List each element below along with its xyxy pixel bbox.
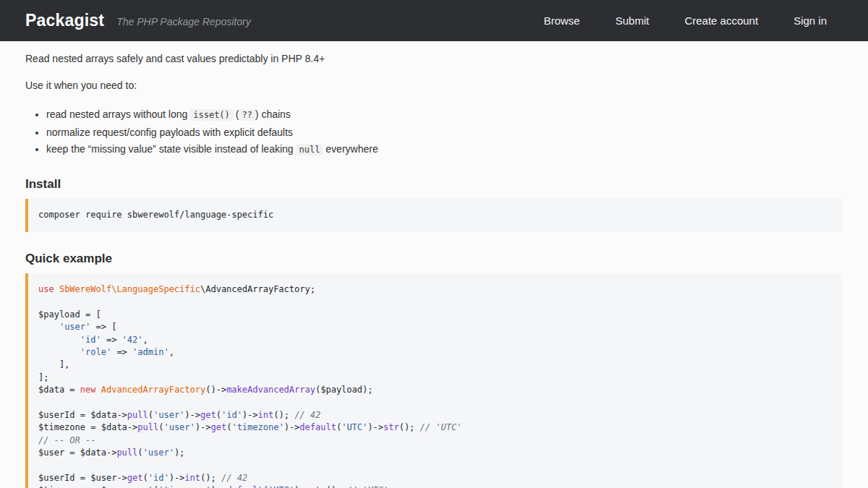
code-token: 'role' [80,347,111,357]
code-token: 'user' [163,422,195,432]
code-token: get [137,485,153,488]
code-token: AdvancedArrayFactory [101,385,206,395]
code-token: $payload [38,309,80,320]
code-token: = [64,448,80,458]
code-token: )-> [169,473,185,483]
readme-content: Read nested arrays safely and cast value… [0,41,868,488]
inline-code: isset() [190,109,233,121]
install-code-block: composer require sbwerewolf/language-spe… [25,199,843,232]
text-segment: everywhere [323,143,378,155]
code-token: (); [399,422,420,432]
code-line: $timezone = $data->pull('user')->get('ti… [38,421,831,434]
code-token: 'user' [59,322,90,332]
code-token: makeAdvancedArray [226,385,315,395]
text-segment: normalize request/config payloads with e… [46,127,293,138]
code-token: -> [116,410,127,420]
quick-example-code-block: use SbWereWolf\LanguageSpecific\Advanced… [25,273,843,488]
inline-code: null [297,144,323,155]
code-token: $payload [320,385,362,395]
use-when-text: Use it when you need to: [25,80,843,91]
code-token: str [383,422,399,432]
code-token: ); [362,385,373,395]
code-token: int [258,410,274,420]
list-item: read nested arrays without long isset() … [46,106,843,124]
code-token: $user [38,448,64,458]
code-token [38,347,80,357]
code-line: $userId = $user->get('id')->int(); // 42 [38,472,831,484]
code-token [54,284,59,294]
code-token: => [111,347,132,357]
code-token: default [226,485,263,488]
code-token: $data [101,422,127,432]
code-token: int [184,473,200,483]
code-token: $userId [38,473,75,483]
code-line: ]; [38,372,831,384]
code-token: )-> [367,422,383,432]
code-token: $data [38,385,64,395]
code-token: get [127,473,143,483]
code-token: pull [127,410,148,420]
code-token: // 'UTC' [346,485,388,488]
code-token: => [ [90,322,116,332]
nav-browse[interactable]: Browse [544,14,580,27]
code-token: , [169,347,174,357]
code-token: , [143,335,148,345]
code-token: '42' [122,335,143,345]
code-token: // -- OR -- [38,435,95,445]
code-token: = [85,422,101,432]
code-line: $user = $data->pull('user'); [38,447,831,459]
code-line [38,296,831,308]
code-line: 'id' => '42', [38,334,831,346]
code-token: 'timezone' [231,422,284,432]
code-token: // 'UTC' [420,422,462,432]
text-segment: keep the “missing value” state visible i… [46,143,297,155]
code-token: $user [90,473,116,483]
code-token: = [ [80,309,101,320]
code-token: ], [38,359,69,369]
code-line: // -- OR -- [38,435,831,447]
code-token: \AdvancedArrayFactory; [200,284,315,294]
code-token: )-> [284,422,300,432]
install-heading: Install [25,177,843,192]
code-line: $timezone = $user->get('timezone')->defa… [38,484,831,488]
code-token: $userId [38,410,75,420]
use-cases-list: read nested arrays without long isset() … [25,106,843,159]
code-token: 'id' [80,335,101,345]
nav-sign-in[interactable]: Sign in [793,14,827,27]
code-token: )-> [294,485,310,488]
code-line: $payload = [ [38,309,831,321]
code-line: $userId = $data->pull('user')->get('id')… [38,409,831,421]
code-token: )-> [242,410,258,420]
code-token: ()-> [205,385,226,395]
nav-submit[interactable]: Submit [616,14,650,27]
code-token: ( [216,410,221,420]
code-token: use [38,284,54,294]
install-command: composer require sbwerewolf/language-spe… [38,210,273,220]
main-nav: Browse Submit Create account Sign in [544,14,827,27]
list-item: keep the “missing value” state visible i… [46,141,843,159]
code-token: pull [116,448,137,458]
packagist-logo[interactable]: Packagist [25,11,104,30]
code-token [38,322,59,332]
code-token: 'id' [148,473,169,483]
code-token: = [75,410,91,420]
code-token: = [75,473,91,483]
code-token: pull [137,422,158,432]
code-token: default [299,422,336,432]
nav-create-account[interactable]: Create account [684,14,758,27]
code-token: ( [137,448,142,458]
text-segment: read nested arrays without long [46,108,190,120]
code-token [38,335,80,345]
code-token: 'UTC' [341,422,367,432]
code-token: $data [80,448,106,458]
code-token: )-> [195,422,211,432]
code-token: $data [90,410,116,420]
site-tagline: The PHP Package Repository [116,16,250,27]
code-token: = [85,485,101,488]
code-token: ); [174,448,184,458]
code-token: -> [127,485,137,488]
code-token: 'admin' [132,347,169,357]
code-line: use SbWereWolf\LanguageSpecific\Advanced… [38,283,831,296]
code-token: ( [148,410,153,420]
code-token: )-> [184,410,200,420]
